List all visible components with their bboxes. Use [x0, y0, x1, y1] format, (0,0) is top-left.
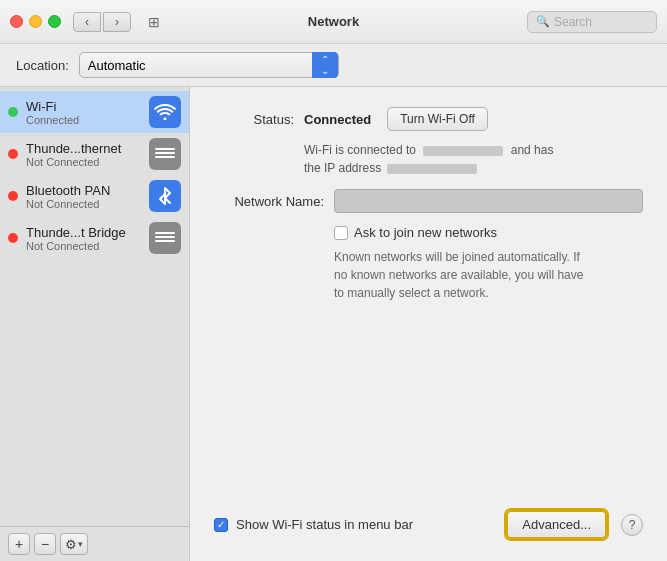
thunderbolt-ethernet-name: Thunde...thernet: [26, 141, 141, 156]
ask-to-join-label: Ask to join new networks: [354, 225, 497, 240]
status-description: Wi-Fi is connected to and has the IP add…: [304, 141, 643, 177]
sidebar-item-thunderbolt-ethernet[interactable]: Thunde...thernet Not Connected: [0, 133, 189, 175]
wifi-status-dot: [8, 107, 18, 117]
show-wifi-checkbox[interactable]: ✓: [214, 518, 228, 532]
help-button[interactable]: ?: [621, 514, 643, 536]
advanced-button[interactable]: Advanced...: [506, 510, 607, 539]
thunderbolt-ethernet-info: Thunde...thernet Not Connected: [26, 141, 141, 168]
thunderbolt-ethernet-icon: [149, 138, 181, 170]
chevron-down-icon: ▾: [78, 539, 83, 549]
back-button[interactable]: ‹: [73, 12, 101, 32]
maximize-button[interactable]: [48, 15, 61, 28]
show-wifi-label: Show Wi-Fi status in menu bar: [236, 517, 413, 532]
network-settings-gear-button[interactable]: ⚙ ▾: [60, 533, 88, 555]
close-button[interactable]: [10, 15, 23, 28]
svg-rect-4: [155, 240, 175, 242]
bluetooth-info: Bluetooth PAN Not Connected: [26, 183, 141, 210]
thunderbolt-bridge-info: Thunde...t Bridge Not Connected: [26, 225, 141, 252]
location-label: Location:: [16, 58, 69, 73]
sidebar-item-thunderbolt-bridge[interactable]: Thunde...t Bridge Not Connected: [0, 217, 189, 259]
show-wifi-row: ✓ Show Wi-Fi status in menu bar Advanced…: [214, 510, 643, 539]
svg-rect-0: [155, 152, 175, 154]
ask-to-join-description: Known networks will be joined automatica…: [334, 248, 643, 302]
bluetooth-status-dot: [8, 191, 18, 201]
location-dropdown-icon[interactable]: ⌃⌄: [312, 52, 338, 78]
thunderbolt-ethernet-status: Not Connected: [26, 156, 141, 168]
wifi-name: Wi-Fi: [26, 99, 141, 114]
remove-network-button[interactable]: −: [34, 533, 56, 555]
forward-button[interactable]: ›: [103, 12, 131, 32]
traffic-lights: [10, 15, 61, 28]
add-network-button[interactable]: +: [8, 533, 30, 555]
thunderbolt-bridge-icon: [149, 222, 181, 254]
network-name-field[interactable]: [334, 189, 643, 213]
sidebar: Wi-Fi Connected Thunde...thernet: [0, 87, 190, 561]
bluetooth-icon: [149, 180, 181, 212]
location-bar: Location: Automatic ⌃⌄: [0, 44, 667, 87]
minimize-button[interactable]: [29, 15, 42, 28]
network-name-row: Network Name:: [214, 189, 643, 213]
search-icon: 🔍: [536, 15, 550, 28]
thunderbolt-bridge-name: Thunde...t Bridge: [26, 225, 141, 240]
sidebar-toolbar: + − ⚙ ▾: [0, 526, 189, 561]
svg-rect-5: [155, 232, 175, 234]
ip-address-redacted: [387, 164, 477, 174]
bluetooth-status: Not Connected: [26, 198, 141, 210]
svg-rect-2: [155, 148, 175, 150]
sidebar-item-bluetooth[interactable]: Bluetooth PAN Not Connected: [0, 175, 189, 217]
nav-buttons: ‹ ›: [73, 12, 131, 32]
wifi-info: Wi-Fi Connected: [26, 99, 141, 126]
connected-ssid-redacted: [423, 146, 503, 156]
grid-button[interactable]: ⊞: [141, 12, 167, 32]
thunderbolt-bridge-status-dot: [8, 233, 18, 243]
location-value: Automatic: [88, 58, 312, 73]
svg-rect-1: [155, 156, 175, 158]
ask-to-join-row: Ask to join new networks: [334, 225, 643, 240]
search-placeholder: Search: [554, 15, 592, 29]
network-content: Status: Connected Turn Wi-Fi Off Wi-Fi i…: [190, 87, 667, 561]
thunderbolt-bridge-status: Not Connected: [26, 240, 141, 252]
location-select[interactable]: Automatic ⌃⌄: [79, 52, 339, 78]
status-value: Connected: [304, 112, 371, 127]
status-label: Status:: [214, 112, 294, 127]
bluetooth-name: Bluetooth PAN: [26, 183, 141, 198]
ask-to-join-checkbox[interactable]: [334, 226, 348, 240]
content-spacer: [214, 322, 643, 510]
network-list: Wi-Fi Connected Thunde...thernet: [0, 87, 189, 526]
search-box[interactable]: 🔍 Search: [527, 11, 657, 33]
main-area: Wi-Fi Connected Thunde...thernet: [0, 87, 667, 561]
status-row: Status: Connected Turn Wi-Fi Off: [214, 107, 643, 131]
titlebar: ‹ › ⊞ Network 🔍 Search: [0, 0, 667, 44]
window-title: Network: [308, 14, 359, 29]
wifi-icon: [149, 96, 181, 128]
thunderbolt-ethernet-status-dot: [8, 149, 18, 159]
turn-wifi-off-button[interactable]: Turn Wi-Fi Off: [387, 107, 488, 131]
content-bottom: ✓ Show Wi-Fi status in menu bar Advanced…: [214, 510, 643, 549]
network-name-label: Network Name:: [214, 194, 324, 209]
wifi-status: Connected: [26, 114, 141, 126]
gear-icon: ⚙: [65, 537, 77, 552]
sidebar-item-wifi[interactable]: Wi-Fi Connected: [0, 91, 189, 133]
svg-rect-3: [155, 236, 175, 238]
